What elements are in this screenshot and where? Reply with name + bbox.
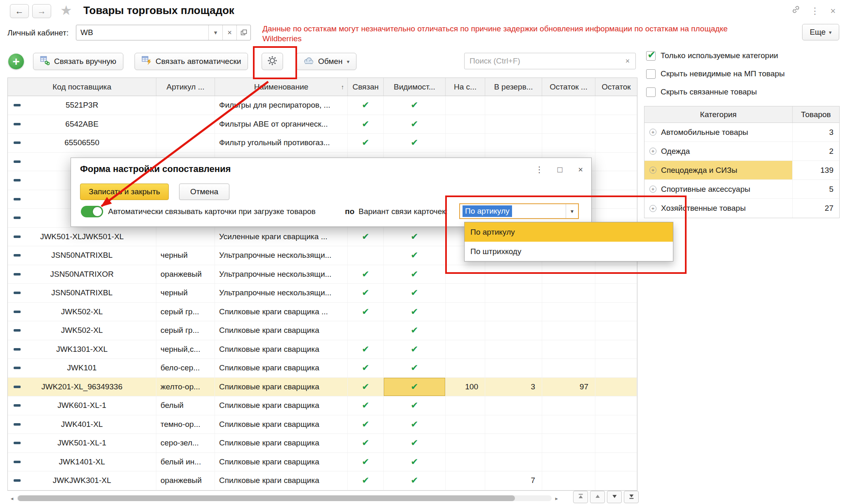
cell-product-name[interactable]: Спилковые краги сварщика (215, 471, 348, 490)
cell-visible[interactable]: ✔ (384, 434, 446, 452)
search-clear-icon[interactable]: × (620, 53, 635, 69)
cell-reserve[interactable] (485, 453, 542, 471)
category-name-cell[interactable]: +Автомобильные товары (644, 123, 793, 141)
cabinet-combobox[interactable]: WB ▾ × (76, 25, 251, 40)
cell-visible[interactable]: ✔ (384, 321, 446, 340)
chevron-down-icon[interactable]: ▾ (208, 25, 222, 40)
checkbox[interactable] (646, 69, 656, 79)
table-row[interactable]: 6542ABEФильтры АВЕ от органическ...✔✔ (8, 115, 637, 134)
cell-visible[interactable]: ✔ (384, 340, 446, 359)
expand-icon[interactable]: + (649, 148, 656, 155)
cell-linked[interactable]: ✔ (348, 415, 384, 434)
cell-supplier-code[interactable]: 65506550 (8, 134, 156, 152)
cell-remainder[interactable] (542, 265, 595, 284)
cell-remainder-2[interactable] (595, 378, 637, 396)
cell-remainder-2[interactable] (595, 284, 637, 302)
expand-icon[interactable]: + (649, 167, 656, 174)
table-row[interactable]: JWKJWK301-XLоранжевыйСпилковые краги сва… (8, 471, 637, 490)
cell-supplier-code[interactable]: JWK601-XL-1 (8, 396, 156, 415)
cell-supplier-code[interactable]: JSN50NATRIXBL (8, 246, 156, 265)
cell-remainder[interactable] (542, 434, 595, 452)
cell-on-stock[interactable] (446, 415, 485, 434)
category-name-cell[interactable]: +Спортивные аксессуары (644, 180, 793, 198)
cell-supplier-code[interactable]: JWK401-XL (8, 415, 156, 434)
cell-remainder[interactable] (542, 134, 595, 152)
go-first-button[interactable] (573, 491, 588, 503)
cell-supplier-code[interactable]: 5521P3R (8, 96, 156, 115)
link-auto-button[interactable]: Связать автоматически (135, 53, 248, 70)
cell-article[interactable] (156, 115, 215, 134)
cell-remainder-2[interactable] (595, 190, 637, 209)
cell-product-name[interactable]: Ультрапрочные нескользящи... (215, 246, 348, 265)
cell-visible[interactable]: ✔ (384, 359, 446, 377)
add-button[interactable]: + (8, 54, 24, 69)
col-reserve[interactable]: В резерв... (485, 78, 542, 96)
table-row[interactable]: JWK401-XLтемно-ор...Спилковые краги свар… (8, 415, 637, 434)
table-row[interactable]: JSN50NATRIXORоранжевыйУльтрапрочные неск… (8, 265, 637, 284)
category-row[interactable]: +Хозяйственные товары27 (644, 199, 839, 218)
cell-reserve[interactable] (485, 134, 542, 152)
cell-remainder-2[interactable] (595, 134, 637, 152)
cell-linked[interactable]: ✔ (348, 471, 384, 490)
col-on-stock[interactable]: На с... (446, 78, 485, 96)
cell-reserve[interactable] (485, 115, 542, 134)
checkbox[interactable]: ✔ (646, 51, 656, 61)
cell-supplier-code[interactable]: JWK1301-XXL (8, 340, 156, 359)
dialog-more-icon[interactable]: ⋮ (533, 164, 545, 175)
cell-linked[interactable] (348, 246, 384, 265)
table-row[interactable]: JWK501-XL-1серо-зел...Спилковые краги св… (8, 434, 637, 453)
cell-supplier-code[interactable]: JSN50NATRIXBL (8, 284, 156, 302)
cell-remainder-2[interactable] (595, 115, 637, 134)
cell-reserve[interactable] (485, 284, 542, 302)
cell-article[interactable]: желто-ор... (156, 378, 215, 396)
cell-visible[interactable]: ✔ (384, 378, 446, 396)
cell-remainder[interactable] (542, 453, 595, 471)
cell-remainder[interactable] (542, 340, 595, 359)
cell-product-name[interactable]: Ультрапрочные нескользящи... (215, 284, 348, 302)
variant-combobox[interactable]: По артикулу ▾ (459, 203, 579, 219)
col-category[interactable]: Категория (644, 106, 793, 122)
cell-remainder-2[interactable] (595, 453, 637, 471)
cell-remainder-2[interactable] (595, 340, 637, 359)
favorite-star-icon[interactable]: ★ (60, 2, 72, 18)
category-row[interactable]: +Спортивные аксессуары5 (644, 180, 839, 199)
cell-remainder-2[interactable] (595, 415, 637, 434)
cell-remainder-2[interactable] (595, 171, 637, 190)
checkbox[interactable] (646, 87, 656, 97)
cell-supplier-code[interactable]: JWK501-XL-1 (8, 434, 156, 452)
go-up-button[interactable] (590, 491, 605, 503)
cell-product-name[interactable]: Фильтр угольный противогаз... (215, 134, 348, 152)
dialog-close-icon[interactable]: × (574, 164, 587, 175)
go-down-button[interactable] (607, 491, 622, 503)
cell-linked[interactable]: ✔ (348, 228, 384, 246)
get-link-icon[interactable] (790, 3, 802, 16)
cell-remainder[interactable] (542, 303, 595, 321)
category-name-cell[interactable]: +Хозяйственные товары (644, 199, 793, 218)
col-name[interactable]: Наименование↑ (215, 78, 348, 96)
cell-article[interactable]: черный (156, 284, 215, 302)
cell-product-name[interactable]: Спилковые краги сварщика (215, 321, 348, 340)
table-row[interactable]: JWK1401-XLбелый ин...Спилковые краги сва… (8, 453, 637, 472)
col-count[interactable]: Товаров (793, 106, 839, 122)
cell-visible[interactable]: ✔ (384, 96, 446, 115)
cell-article[interactable] (156, 96, 215, 115)
cell-on-stock[interactable] (446, 115, 485, 134)
cell-supplier-code[interactable]: JWK201-XL_96349336 (8, 378, 156, 396)
cell-article[interactable]: черный,с... (156, 340, 215, 359)
cell-remainder-2[interactable] (595, 265, 637, 284)
cell-reserve[interactable] (485, 396, 542, 415)
cell-on-stock[interactable] (446, 396, 485, 415)
table-row[interactable]: JSN50NATRIXBLчерныйУльтрапрочные несколь… (8, 284, 637, 303)
scrollbar-track[interactable] (17, 495, 552, 501)
cell-product-name[interactable]: Усиленные краги сварщика ... (215, 228, 348, 246)
search-box[interactable]: × (464, 53, 636, 69)
table-row[interactable]: 5521P3RФильтры для респираторов, ...✔✔ (8, 96, 637, 115)
cell-visible[interactable]: ✔ (384, 303, 446, 321)
cell-remainder-2[interactable] (595, 359, 637, 377)
cell-article[interactable]: белый (156, 396, 215, 415)
cell-on-stock[interactable] (446, 359, 485, 377)
cell-linked[interactable]: ✔ (348, 115, 384, 134)
scrollbar-thumb[interactable] (18, 495, 515, 501)
table-row[interactable]: JWK201-XL_96349336желто-ор...Спилковые к… (8, 378, 637, 397)
cell-remainder[interactable] (542, 359, 595, 377)
